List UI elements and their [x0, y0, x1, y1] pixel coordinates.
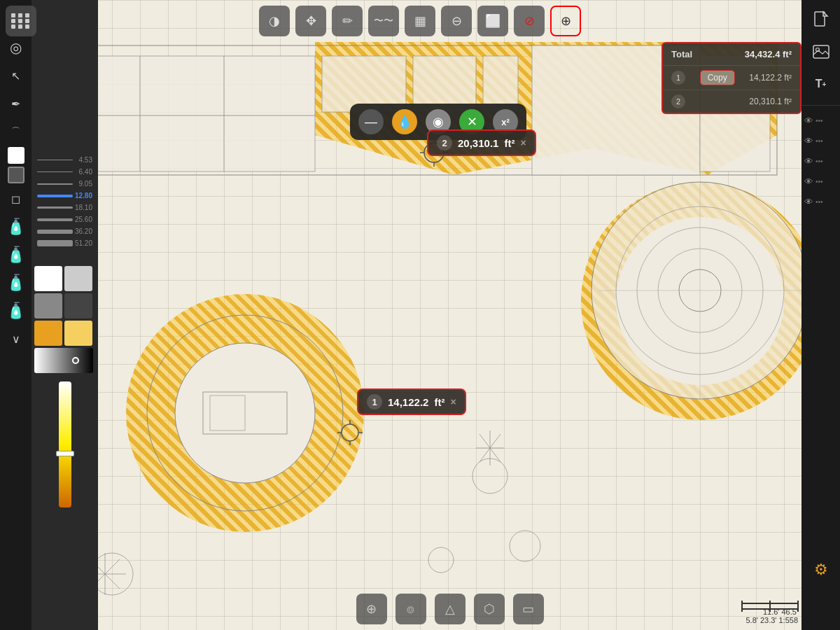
pen-btn[interactable]: ✏ [332, 6, 363, 36]
brush-size-1280[interactable]: 12.80 [31, 190, 98, 202]
eye-icon-2[interactable]: 👁 [804, 136, 813, 146]
fill-tool-btn[interactable]: 💧 [392, 109, 417, 134]
layer-item-3: 👁 ••• [802, 153, 840, 169]
dots-icon-2[interactable]: ••• [816, 137, 823, 145]
move-btn[interactable]: ✥ [295, 6, 326, 36]
brush-size-640[interactable]: 6.40 [31, 166, 98, 178]
measure-badge-2-unit: ft² [504, 137, 514, 149]
minus-btn[interactable]: ⊖ [441, 6, 472, 36]
swatch-yellow[interactable] [34, 321, 62, 346]
scale-info: 11.6' 46.5' 5.8' 23.3' 1:558 [746, 608, 798, 624]
apps-button[interactable] [6, 6, 36, 36]
bottle3-btn[interactable]: 🧴 [4, 270, 29, 295]
svg-point-25 [510, 531, 540, 561]
slider-thumb[interactable] [56, 451, 74, 456]
brush-size-453[interactable]: 4.53 [31, 154, 98, 166]
crosshair-add-btn[interactable]: ⊕ [356, 594, 387, 624]
swatch-light-gray[interactable] [64, 266, 92, 291]
measure-badge-2-number: 2 [437, 135, 452, 150]
swatch-light-yellow[interactable] [64, 321, 92, 346]
polygon-btn[interactable]: △ [435, 594, 465, 624]
banned-btn[interactable]: ⊘ [514, 6, 545, 36]
brush-size-905[interactable]: 9.05 [31, 178, 98, 190]
brush-line-3620 [37, 230, 73, 234]
brush-line-1280 [37, 195, 73, 197]
chevron-down-btn[interactable]: ∨ [4, 326, 29, 351]
total-row-1-value: 14,122.2 ft² [749, 73, 792, 83]
circle-half-btn[interactable]: ◑ [259, 6, 290, 36]
fill-active-btn[interactable] [8, 167, 24, 183]
measure-badge-1-close[interactable]: × [450, 396, 456, 407]
rect-dash-btn[interactable]: ▭ [513, 594, 544, 624]
eye-icon-3[interactable]: 👁 [804, 156, 813, 167]
eye-icon-1[interactable]: 👁 [804, 115, 813, 126]
crosshair-target-btn[interactable]: ⊕ [550, 6, 581, 36]
brush-line-453 [37, 160, 73, 160]
brush-value-3620: 36.20 [73, 227, 92, 235]
brush-size-5120[interactable]: 51.20 [31, 237, 98, 249]
eraser-btn[interactable]: ◻ [4, 186, 29, 211]
brush-size-2560[interactable]: 25.60 [31, 214, 98, 225]
hatch-btn[interactable]: ▦ [405, 6, 435, 36]
yellow-slider[interactable] [59, 382, 71, 507]
svg-line-38 [105, 574, 120, 589]
pen-tool-btn[interactable]: ✒ [4, 91, 29, 116]
layer-item-2: 👁 ••• [802, 133, 840, 149]
brush-value-640: 6.40 [73, 168, 92, 176]
svg-rect-1 [70, 56, 315, 172]
cursor-btn[interactable]: ↖ [4, 63, 29, 88]
svg-line-34 [479, 434, 490, 448]
measure-badge-1-number: 1 [367, 394, 382, 410]
total-label: Total [671, 49, 692, 59]
shape-btn[interactable]: ⌒ [4, 119, 29, 144]
swatch-white[interactable] [34, 266, 62, 291]
eye-icon-5[interactable]: 👁 [804, 197, 813, 207]
brush-line-1810 [37, 206, 73, 209]
color-gradient-picker[interactable] [34, 348, 93, 373]
total-value: 34,432.4 ft² [745, 49, 792, 59]
dots-icon-3[interactable]: ••• [816, 158, 823, 165]
total-row-2: 2 20,310.1 ft² [663, 90, 800, 113]
dash-circle-btn[interactable]: ⬡ [474, 594, 505, 624]
brush-value-1280: 12.80 [73, 192, 92, 200]
layer-item-4: 👁 ••• [802, 174, 840, 190]
bottle2-btn[interactable]: 🧴 [4, 242, 29, 267]
total-row-1: 1 Copy 14,122.2 ft² [663, 66, 800, 90]
dots-icon-5[interactable]: ••• [816, 198, 823, 206]
fill-white-btn[interactable] [8, 147, 24, 164]
bottle1-btn[interactable]: 🧴 [4, 214, 29, 239]
brush-value-453: 4.53 [73, 156, 92, 164]
image-btn[interactable] [807, 38, 835, 66]
measure-badge-2-close[interactable]: × [520, 137, 526, 148]
text-add-btn[interactable]: T+ [807, 70, 835, 98]
line-tool-btn[interactable]: — [358, 109, 384, 134]
yellow-shape-icon[interactable]: ⚙ [807, 556, 835, 584]
hatch-circle-left-inner [175, 343, 315, 483]
dots-icon-1[interactable]: ••• [816, 117, 823, 125]
lasso-btn[interactable]: ⌾ [396, 594, 426, 624]
brush-value-2560: 25.60 [73, 216, 92, 223]
layer-item-5: 👁 ••• [802, 194, 840, 210]
measure-badge-1-unit: ft² [434, 396, 444, 408]
brush-line-2560 [37, 218, 73, 221]
svg-line-32 [479, 448, 490, 462]
screen-btn[interactable]: ⬜ [477, 6, 508, 36]
measure-badge-2-value: 20,310.1 [458, 137, 498, 149]
swatch-dark-gray[interactable] [64, 293, 92, 318]
bottle4-btn[interactable]: 🧴 [4, 298, 29, 323]
brush-line-905 [37, 183, 73, 185]
apps-grid [11, 13, 31, 29]
wave-btn[interactable]: 〜〜 [368, 6, 399, 36]
total-row-2-num: 2 [671, 94, 685, 108]
copy-button[interactable]: Copy [700, 70, 735, 85]
brush-value-5120: 51.20 [73, 239, 92, 247]
eye-icon-4[interactable]: 👁 [804, 176, 813, 187]
swatch-mid-gray[interactable] [34, 293, 62, 318]
dots-icon-4[interactable]: ••• [816, 178, 823, 186]
brush-line-5120 [37, 240, 73, 246]
brush-value-1810: 18.10 [73, 204, 92, 211]
brush-size-1810[interactable]: 18.10 [31, 202, 98, 214]
top-toolbar: ◑ ✥ ✏ 〜〜 ▦ ⊖ ⬜ ⊘ ⊕ [0, 0, 840, 42]
brush-size-3620[interactable]: 36.20 [31, 225, 98, 237]
svg-point-26 [428, 547, 454, 573]
